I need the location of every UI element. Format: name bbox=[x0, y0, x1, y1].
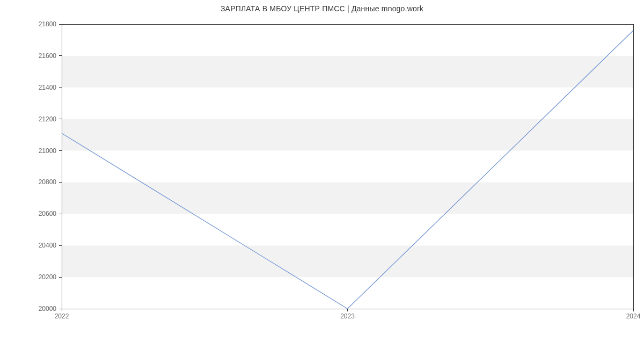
x-tick-label: 2024 bbox=[626, 312, 641, 320]
y-tick-label: 21400 bbox=[39, 84, 57, 91]
y-tick-label: 21800 bbox=[39, 20, 57, 28]
grid-band bbox=[62, 56, 633, 88]
y-tick-label: 21000 bbox=[39, 147, 57, 155]
grid-band bbox=[62, 119, 633, 151]
grid-band bbox=[62, 182, 633, 214]
y-tick-label: 20200 bbox=[39, 273, 57, 281]
grid-band bbox=[62, 277, 633, 309]
grid-band bbox=[62, 245, 633, 277]
grid-band bbox=[62, 214, 633, 245]
x-tick-label: 2023 bbox=[340, 312, 355, 320]
y-tick-label: 21600 bbox=[39, 52, 57, 60]
y-tick-label: 20600 bbox=[39, 210, 57, 217]
chart-container: ЗАРПЛАТА В МБОУ ЦЕНТР ПМСС | Данные mnog… bbox=[0, 0, 644, 349]
grid-band bbox=[62, 24, 633, 56]
chart-svg: 2000020200204002060020800210002120021400… bbox=[0, 0, 644, 349]
y-tick-label: 21200 bbox=[39, 115, 57, 123]
y-tick-label: 20400 bbox=[39, 242, 57, 249]
x-tick-label: 2022 bbox=[55, 312, 69, 320]
y-tick-label: 20000 bbox=[39, 305, 57, 312]
grid-band bbox=[62, 151, 633, 183]
y-tick-label: 20800 bbox=[39, 178, 57, 186]
